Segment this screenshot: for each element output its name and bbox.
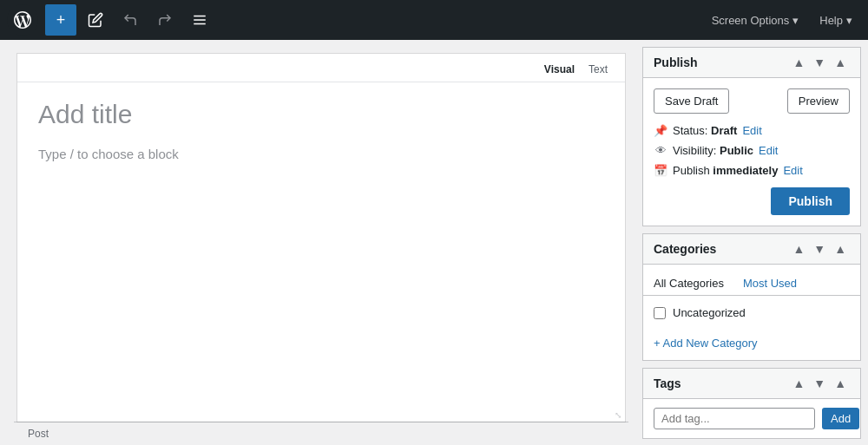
publish-time-edit-link[interactable]: Edit: [783, 164, 802, 177]
categories-panel-close-button[interactable]: ▲: [831, 241, 850, 257]
publish-panel-down-button[interactable]: ▼: [810, 55, 829, 70]
screen-options-chevron-icon: ▾: [792, 14, 799, 27]
categories-list: Uncategorized: [643, 296, 860, 330]
undo-button[interactable]: [115, 4, 146, 36]
publish-time-label: Publish immediately: [673, 164, 778, 177]
screen-options-label: Screen Options: [712, 14, 790, 27]
categories-panel-controls: ▲ ▼ ▲: [789, 241, 850, 257]
toolbar: + Screen Options ▾ Help ▾: [0, 0, 868, 40]
categories-panel-title: Categories: [654, 242, 789, 256]
help-label: Help: [819, 14, 843, 27]
publish-panel-body: Save Draft Preview 📌 Status: Draft Edit …: [643, 78, 860, 226]
tags-panel-up-button[interactable]: ▲: [789, 376, 808, 391]
status-edit-link[interactable]: Edit: [742, 124, 761, 137]
publish-panel-header: Publish ▲ ▼ ▲: [643, 48, 860, 78]
categories-panel: Categories ▲ ▼ ▲ All Categories Most Use…: [642, 233, 861, 361]
wp-logo-icon: [14, 11, 31, 29]
publish-panel-controls: ▲ ▼ ▲: [789, 55, 850, 70]
publish-actions: Save Draft Preview: [654, 88, 850, 114]
main-layout: Visual Text Type / to choose a block ⤡ P…: [0, 40, 868, 445]
publish-time-value: immediately: [713, 164, 778, 177]
uncategorized-label: Uncategorized: [673, 306, 746, 319]
publish-panel-title: Publish: [654, 56, 789, 69]
publish-panel-close-button[interactable]: ▲: [831, 55, 850, 70]
block-placeholder[interactable]: Type / to choose a block: [17, 138, 625, 179]
visibility-icon: 👁: [654, 144, 667, 157]
visibility-value: Public: [720, 144, 753, 157]
help-chevron-icon: ▾: [846, 14, 852, 27]
visibility-row: 👁 Visibility: Public Edit: [654, 144, 850, 157]
add-new-category-link[interactable]: + Add New Category: [643, 330, 860, 360]
post-type-label: Post: [28, 428, 49, 440]
tags-panel-down-button[interactable]: ▼: [810, 376, 829, 391]
preview-button[interactable]: Preview: [787, 88, 850, 114]
help-button[interactable]: Help ▾: [811, 9, 861, 32]
publish-panel-up-button[interactable]: ▲: [789, 55, 808, 70]
tags-panel: Tags ▲ ▼ ▲ Add: [642, 368, 861, 439]
add-block-button[interactable]: +: [45, 4, 76, 36]
editor-bottom-bar: Post: [14, 422, 628, 445]
screen-options-button[interactable]: Screen Options ▾: [703, 9, 808, 32]
post-title-input[interactable]: [17, 82, 625, 138]
category-item: Uncategorized: [654, 303, 850, 323]
tags-panel-body: Add: [643, 399, 860, 438]
save-draft-button[interactable]: Save Draft: [654, 88, 729, 114]
visibility-edit-link[interactable]: Edit: [759, 144, 778, 157]
most-used-tab[interactable]: Most Used: [743, 272, 806, 295]
resize-handle[interactable]: ⤡: [611, 408, 625, 422]
sidebar: Publish ▲ ▼ ▲ Save Draft Preview 📌 Statu: [642, 40, 868, 445]
status-icon: 📌: [654, 124, 667, 137]
tags-input[interactable]: [654, 408, 815, 429]
editor-canvas: Visual Text Type / to choose a block ⤡: [17, 54, 625, 422]
all-categories-tab[interactable]: All Categories: [654, 272, 733, 295]
publish-button[interactable]: Publish: [771, 187, 850, 215]
categories-panel-body: All Categories Most Used Uncategorized +…: [643, 265, 860, 360]
status-label: Status: Draft: [673, 124, 737, 137]
categories-tabs: All Categories Most Used: [643, 265, 860, 296]
status-row: 📌 Status: Draft Edit: [654, 124, 850, 137]
undo-icon: [122, 12, 138, 28]
categories-panel-header: Categories ▲ ▼ ▲: [643, 234, 860, 265]
categories-panel-down-button[interactable]: ▼: [810, 241, 829, 257]
edit-button[interactable]: [80, 4, 111, 36]
categories-panel-up-button[interactable]: ▲: [789, 241, 808, 257]
publish-panel: Publish ▲ ▼ ▲ Save Draft Preview 📌 Statu: [642, 47, 861, 226]
list-view-button[interactable]: [184, 4, 215, 36]
redo-button[interactable]: [149, 4, 181, 36]
editor-area: Visual Text Type / to choose a block ⤡ P…: [0, 40, 642, 445]
editor-toolbar-row: Visual Text: [17, 54, 625, 82]
text-view-button[interactable]: Text: [582, 61, 615, 78]
tags-panel-header: Tags ▲ ▼ ▲: [643, 369, 860, 399]
wp-logo[interactable]: [7, 4, 38, 36]
tags-panel-title: Tags: [654, 376, 789, 390]
add-tag-button[interactable]: Add: [822, 408, 859, 429]
publish-meta: 📌 Status: Draft Edit 👁 Visibility: Publi…: [654, 124, 850, 177]
tags-panel-controls: ▲ ▼ ▲: [789, 376, 850, 391]
visibility-label: Visibility: Public: [673, 144, 753, 157]
publish-footer: Publish: [654, 187, 850, 215]
calendar-icon: 📅: [654, 164, 667, 177]
tags-panel-close-button[interactable]: ▲: [831, 376, 850, 391]
status-value: Draft: [711, 124, 737, 137]
list-view-icon: [192, 12, 207, 28]
edit-icon: [88, 12, 103, 28]
visual-view-button[interactable]: Visual: [537, 61, 582, 78]
publish-time-row: 📅 Publish immediately Edit: [654, 164, 850, 177]
uncategorized-checkbox[interactable]: [654, 307, 666, 319]
redo-icon: [157, 12, 173, 28]
